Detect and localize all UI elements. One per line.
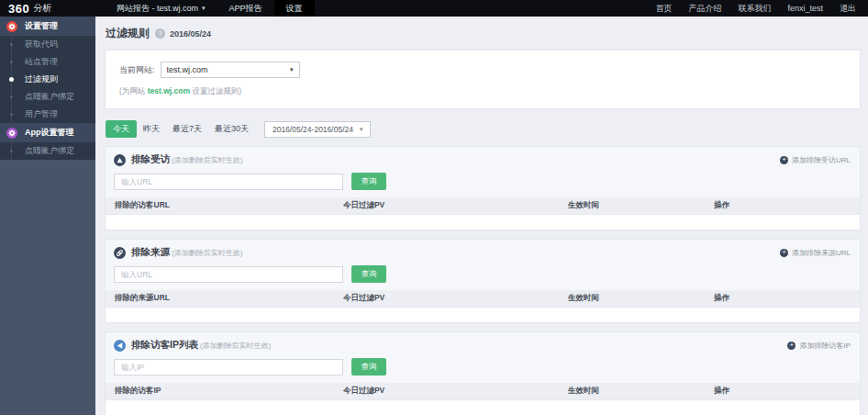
nav-site-report[interactable]: 网站报告 - test.wj.com ▾	[105, 0, 217, 17]
search-button[interactable]: 查询	[351, 265, 386, 283]
sidebar-group-label: 设置管理	[25, 20, 58, 32]
section-exclude-visited: 排除受访 (添加删除后实时生效) + 添加排除受访URL 查询 排除的访客URL…	[105, 146, 861, 230]
sidebar-item-label: 获取代码	[25, 39, 58, 50]
column-header: 今日过滤PV	[343, 386, 568, 397]
app-logo: 360 分析	[0, 0, 88, 17]
section-exclude-source: 排除来源 (添加删除后实时生效) + 添加排除来源URL 查询 排除的来源URL…	[105, 239, 861, 323]
section-title: 排除访客IP列表	[131, 339, 198, 352]
add-exclude-visited-url-link[interactable]: + 添加排除受访URL	[780, 155, 851, 165]
link-contact-us[interactable]: 联系我们	[729, 0, 779, 17]
help-icon[interactable]: ?	[155, 28, 165, 39]
gear-icon	[6, 128, 17, 139]
current-site-label: 当前网站:	[119, 64, 155, 76]
search-button[interactable]: 查询	[351, 358, 386, 376]
column-header: 操作	[714, 386, 860, 397]
logo-brand: 360	[8, 2, 29, 16]
sidebar-item-label: 过滤规则	[25, 73, 58, 85]
add-link-label: 添加排除访客IP	[799, 341, 851, 351]
exclude-visited-url-input[interactable]	[114, 174, 343, 190]
nav-site-report-label: 网站报告 - test.wj.com	[117, 3, 198, 15]
topbar-links: 首页 产品介绍 联系我们 fenxi_test 退出	[647, 0, 868, 17]
sidebar-item-label: 点睛账户绑定	[25, 145, 74, 157]
column-header: 排除的访客URL	[106, 200, 343, 211]
column-header: 操作	[714, 293, 860, 304]
sidebar-group-settings-items: 获取代码 站点管理 过滤规则 点睛账户绑定 用户管理	[0, 36, 95, 123]
sidebar-group-label: App设置管理	[25, 127, 74, 139]
chevron-down-icon: ▾	[360, 126, 363, 133]
plus-circle-icon: +	[780, 249, 788, 257]
column-header: 操作	[714, 200, 860, 211]
exclude-visitor-ip-input[interactable]	[114, 359, 343, 376]
sidebar-group-app-settings[interactable]: App设置管理	[0, 123, 95, 142]
date-range-value: 2016/05/24-2016/05/24	[273, 125, 353, 134]
column-header: 生效时间	[568, 200, 714, 211]
bullet-dot-icon	[10, 61, 13, 63]
empty-table-row	[106, 307, 860, 322]
sidebar-group-app-items: 点睛账户绑定	[0, 142, 95, 160]
link-product-intro[interactable]: 产品介绍	[680, 0, 729, 17]
page-title: 过滤规则	[106, 26, 150, 41]
sidebar-item-filter-rules[interactable]: 过滤规则	[0, 71, 95, 88]
sidebar-item-dianjing-account[interactable]: 点睛账户绑定	[0, 88, 95, 106]
exclude-visitor-ip-icon	[114, 340, 126, 352]
bullet-dot-icon	[10, 95, 13, 98]
add-exclude-source-url-link[interactable]: + 添加排除来源URL	[780, 248, 851, 258]
sidebar-item-get-code[interactable]: 获取代码	[0, 36, 95, 53]
site-note: (为网站 test.wj.com 设置过滤规则)	[119, 86, 846, 97]
site-select[interactable]: test.wj.com ▾	[161, 62, 300, 78]
date-range-picker[interactable]: 2016/05/24-2016/05/24 ▾	[264, 121, 371, 138]
exclude-source-link-icon	[114, 247, 126, 259]
exclude-visited-icon	[114, 154, 126, 166]
site-note-prefix: (为网站	[119, 86, 148, 95]
tab-last-30-days[interactable]: 最近30天	[208, 120, 255, 138]
chevron-down-icon: ▾	[202, 5, 206, 12]
nav-settings[interactable]: 设置	[274, 0, 315, 17]
empty-table-row	[106, 399, 860, 415]
current-site-card: 当前网站: test.wj.com ▾ (为网站 test.wj.com 设置过…	[105, 50, 861, 109]
section-hint: (添加删除后实时生效)	[172, 154, 242, 165]
date-filter-bar: 今天 昨天 最近7天 最近30天 2016/05/24-2016/05/24 ▾	[106, 120, 861, 138]
link-username[interactable]: fenxi_test	[779, 0, 831, 17]
main-content: 过滤规则 ? 2016/05/24 当前网站: test.wj.com ▾ (为…	[95, 17, 868, 415]
column-header: 生效时间	[568, 293, 714, 304]
chevron-down-icon: ▾	[290, 66, 294, 73]
logo-suffix: 分析	[33, 2, 51, 15]
page-date: 2016/05/24	[170, 29, 211, 39]
empty-table-row	[106, 214, 860, 230]
section-title: 排除来源	[131, 246, 170, 259]
add-link-label: 添加排除来源URL	[792, 248, 851, 258]
section-title: 排除受访	[131, 153, 170, 166]
sidebar-group-settings[interactable]: 设置管理	[0, 17, 95, 36]
sidebar-item-app-dianjing-account[interactable]: 点睛账户绑定	[0, 142, 95, 160]
exclude-source-url-input[interactable]	[114, 266, 343, 283]
top-nav: 网站报告 - test.wj.com ▾ APP报告 设置	[105, 0, 315, 17]
tab-today[interactable]: 今天	[106, 120, 137, 138]
sidebar-item-label: 站点管理	[25, 56, 58, 68]
tab-yesterday[interactable]: 昨天	[137, 120, 166, 138]
sidebar-item-site-management[interactable]: 站点管理	[0, 53, 95, 71]
bullet-dot-icon	[10, 113, 13, 116]
add-link-label: 添加排除受访URL	[792, 155, 851, 165]
exclude-visited-table: 排除的访客URL 今日过滤PV 生效时间 操作	[106, 197, 860, 230]
topbar: 360 分析 网站报告 - test.wj.com ▾ APP报告 设置 首页 …	[0, 0, 868, 17]
column-header: 今日过滤PV	[343, 200, 568, 211]
nav-app-report[interactable]: APP报告	[217, 0, 274, 17]
add-exclude-visitor-ip-link[interactable]: + 添加排除访客IP	[787, 341, 851, 351]
site-select-value: test.wj.com	[167, 65, 208, 74]
link-home[interactable]: 首页	[647, 0, 680, 17]
column-header: 排除的来源URL	[106, 293, 343, 304]
tab-last-7-days[interactable]: 最近7天	[166, 120, 208, 138]
section-hint: (添加删除后实时生效)	[172, 247, 242, 258]
page-header: 过滤规则 ? 2016/05/24	[106, 26, 861, 41]
sidebar-item-user-management[interactable]: 用户管理	[0, 106, 95, 123]
plus-circle-icon: +	[787, 342, 796, 350]
column-header: 生效时间	[568, 386, 714, 397]
site-note-suffix: 设置过滤规则)	[190, 86, 241, 95]
link-logout[interactable]: 退出	[831, 0, 864, 17]
sidebar: 设置管理 获取代码 站点管理 过滤规则 点睛账户绑定 用户管理	[0, 17, 95, 415]
bullet-dot-icon	[10, 43, 13, 46]
section-exclude-visitor-ip: 排除访客IP列表 (添加删除后实时生效) + 添加排除访客IP 查询 排除的访客…	[105, 331, 861, 415]
column-header: 排除的访客IP	[106, 386, 343, 397]
search-button[interactable]: 查询	[351, 173, 386, 190]
plus-circle-icon: +	[780, 156, 788, 164]
